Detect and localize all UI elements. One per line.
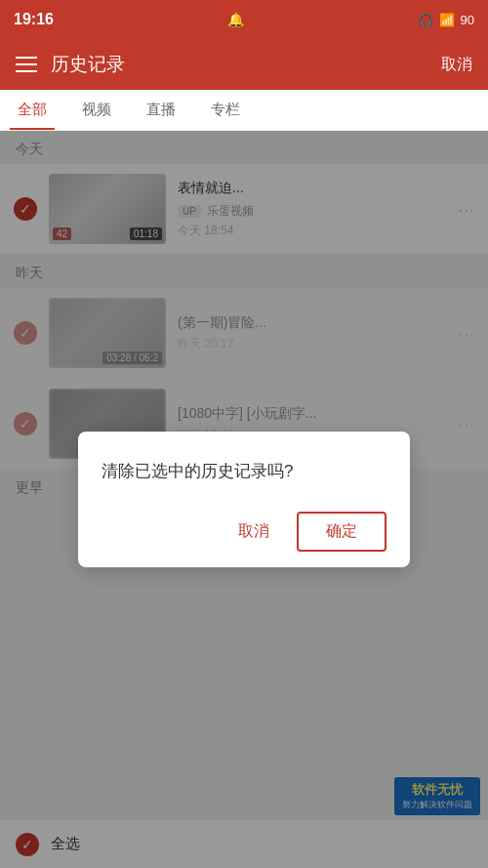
status-time: 19:16	[14, 11, 54, 28]
status-bar: 19:16 🔔 🎧 📶 90	[0, 0, 488, 39]
notification-icon: 🔔	[227, 12, 244, 27]
dialog-cancel-button[interactable]: 取消	[219, 512, 289, 552]
tabs-bar: 全部 视频 直播 专栏	[0, 90, 488, 131]
dialog-overlay: 清除已选中的历史记录吗? 取消 确定	[0, 131, 488, 868]
menu-button[interactable]	[16, 57, 37, 72]
content-area: 今天 42 01:18 表情就迫... UP 乐蛋视频 今天 18:54 ···…	[0, 131, 488, 868]
dialog-confirm-button[interactable]: 确定	[297, 512, 386, 552]
dialog-message: 清除已选中的历史记录吗?	[102, 459, 386, 484]
dialog-actions: 取消 确定	[102, 512, 386, 552]
headphones-icon: 🎧	[418, 13, 433, 27]
top-bar: 历史记录 取消	[0, 39, 488, 90]
tab-live[interactable]: 直播	[129, 90, 193, 130]
page-title: 历史记录	[51, 52, 441, 77]
battery-label: 90	[461, 13, 474, 27]
tab-all[interactable]: 全部	[0, 90, 64, 130]
tab-column[interactable]: 专栏	[193, 90, 258, 130]
cancel-button[interactable]: 取消	[441, 55, 472, 75]
status-icons: 🎧 📶 90	[418, 13, 474, 27]
signal-icon: 📶	[439, 13, 455, 27]
confirmation-dialog: 清除已选中的历史记录吗? 取消 确定	[78, 432, 410, 567]
tab-video[interactable]: 视频	[64, 90, 129, 130]
